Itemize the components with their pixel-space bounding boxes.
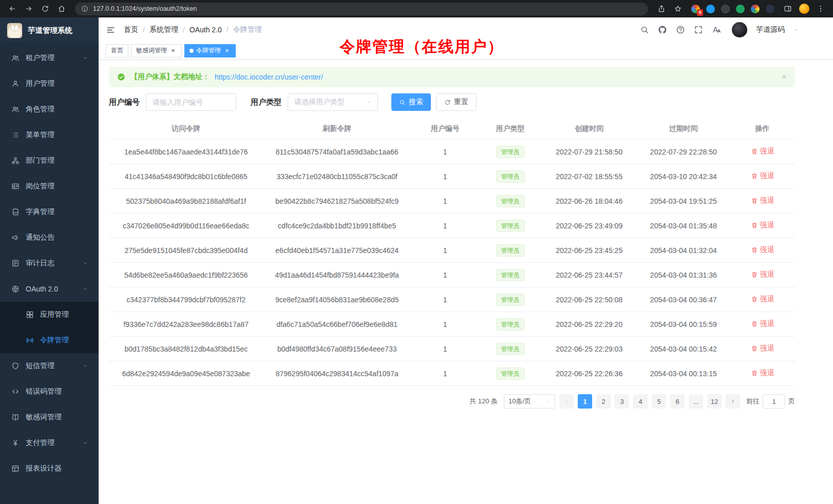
doc-link[interactable]: https://doc.iocoder.cn/user-center/ bbox=[215, 73, 323, 81]
sidebar-item-dict[interactable]: 字典管理 bbox=[0, 199, 99, 225]
force-logout-label: 强退 bbox=[760, 221, 774, 230]
sidebar-item-audit-log[interactable]: 审计日志 bbox=[0, 250, 99, 276]
tab-close-icon[interactable]: × bbox=[169, 47, 177, 54]
page-button[interactable]: 12 bbox=[707, 394, 722, 409]
created-time-cell: 2022-06-26 18:04:46 bbox=[541, 197, 637, 205]
sidebar-item-pay[interactable]: 支付管理 bbox=[0, 430, 99, 456]
collapse-sidebar-icon[interactable] bbox=[106, 25, 116, 35]
page-button[interactable]: 6 bbox=[670, 394, 685, 409]
page-button[interactable]: 1 bbox=[578, 394, 592, 409]
sidebar-item-error-code[interactable]: 错误码管理 bbox=[0, 379, 99, 404]
sidebar-item-tenant[interactable]: 租户管理 bbox=[0, 45, 99, 71]
browser-back-icon[interactable] bbox=[5, 2, 20, 16]
sidebar-item-post[interactable]: 岗位管理 bbox=[0, 173, 99, 199]
sidebar-item-sensitive-word[interactable]: 敏感词管理 bbox=[0, 404, 99, 430]
extension-icon[interactable] bbox=[706, 5, 715, 13]
browser-reload-icon[interactable] bbox=[38, 2, 52, 16]
share-icon[interactable] bbox=[654, 2, 669, 16]
goto-page-input[interactable] bbox=[763, 394, 785, 409]
sidebar-item-report-designer[interactable]: 报表设计器 bbox=[0, 456, 99, 481]
force-logout-button[interactable]: 强退 bbox=[751, 147, 774, 156]
font-size-icon[interactable] bbox=[712, 25, 721, 34]
next-page-button[interactable] bbox=[726, 394, 740, 409]
sidebar-item-role[interactable]: 角色管理 bbox=[0, 96, 99, 122]
user-type-badge: 管理员 bbox=[496, 343, 525, 355]
split-view-icon[interactable] bbox=[781, 2, 795, 16]
app-logo[interactable]: 芋道管理系统 bbox=[0, 17, 99, 43]
force-logout-button[interactable]: 强退 bbox=[751, 196, 774, 205]
search-button[interactable]: 搜索 bbox=[391, 93, 431, 111]
user-menu-caret-icon[interactable] bbox=[793, 27, 799, 33]
chevron-left-icon bbox=[563, 398, 570, 404]
sidebar-item-user[interactable]: 用户管理 bbox=[0, 71, 99, 96]
page-size-select[interactable]: 10条/页 bbox=[504, 394, 555, 409]
force-logout-button[interactable]: 强退 bbox=[751, 344, 774, 353]
force-logout-button[interactable]: 强退 bbox=[751, 369, 774, 378]
tab-home[interactable]: 首页 bbox=[106, 44, 128, 57]
access-token-cell: c347026e805e4d99b0d116eae66eda8c bbox=[109, 222, 263, 230]
fullscreen-icon[interactable] bbox=[694, 25, 703, 34]
breadcrumb-item[interactable]: 令牌管理 bbox=[233, 25, 262, 34]
sidebar-item-sms[interactable]: 短信管理 bbox=[0, 353, 99, 379]
access-token-cell: 41c41346a548490f9dc8b01c6bfe0865 bbox=[109, 172, 263, 181]
user-id-input[interactable] bbox=[146, 93, 236, 111]
site-info-icon[interactable] bbox=[81, 5, 88, 12]
user-type-select[interactable]: 请选择用户类型 bbox=[288, 93, 378, 111]
tab-sensitive-word[interactable]: 敏感词管理× bbox=[131, 44, 182, 57]
force-logout-button[interactable]: 强退 bbox=[751, 270, 774, 279]
url-text[interactable]: 127.0.0.1:1024/system/oauth2/token bbox=[93, 5, 197, 12]
page-button[interactable]: 5 bbox=[652, 394, 666, 409]
user-type-cell: 管理员 bbox=[479, 269, 541, 281]
sidebar-item-notice[interactable]: 通知公告 bbox=[0, 225, 99, 250]
force-logout-button[interactable]: 强退 bbox=[751, 171, 774, 181]
extension-icon[interactable] bbox=[736, 5, 745, 13]
sidebar-item-dept[interactable]: 部门管理 bbox=[0, 148, 99, 173]
browser-profile-avatar[interactable] bbox=[799, 4, 809, 14]
browser-forward-icon[interactable] bbox=[22, 2, 36, 16]
page-button[interactable]: 2 bbox=[596, 394, 611, 409]
sidebar-item-oauth2[interactable]: OAuth 2.0 bbox=[0, 276, 99, 302]
bookmark-star-icon[interactable] bbox=[671, 2, 685, 16]
select-caret-icon bbox=[366, 99, 372, 105]
browser-menu-icon[interactable] bbox=[813, 2, 828, 16]
alert-close-icon[interactable]: × bbox=[782, 72, 787, 82]
tab-close-icon[interactable]: × bbox=[223, 47, 231, 54]
extension-icon[interactable] bbox=[766, 5, 774, 13]
force-logout-button[interactable]: 强退 bbox=[751, 295, 774, 304]
sidebar-item-token[interactable]: 令牌管理 bbox=[0, 327, 99, 353]
app-root: 芋道管理系统 租户管理用户管理角色管理菜单管理部门管理岗位管理字典管理通知公告审… bbox=[0, 17, 833, 504]
page-button[interactable]: 4 bbox=[633, 394, 648, 409]
tab-token[interactable]: 令牌管理× bbox=[184, 44, 236, 57]
address-bar[interactable]: 127.0.0.1:1024/system/oauth2/token bbox=[75, 3, 648, 15]
refresh-token-cell: 811c530487574fa0af1a59d3abc1aa66 bbox=[263, 148, 411, 156]
breadcrumb-item[interactable]: 系统管理 bbox=[149, 25, 178, 34]
extension-icon[interactable] bbox=[751, 5, 760, 13]
browser-home-icon[interactable] bbox=[54, 2, 69, 16]
breadcrumb-item[interactable]: OAuth 2.0 bbox=[190, 26, 222, 34]
force-logout-button[interactable]: 强退 bbox=[751, 245, 774, 255]
prev-page-button[interactable] bbox=[559, 394, 574, 409]
expire-time-cell: 2054-03-04 19:51:25 bbox=[637, 197, 730, 205]
force-logout-button[interactable]: 强退 bbox=[751, 221, 774, 230]
user-avatar[interactable] bbox=[732, 22, 747, 37]
sidebar-item-menu[interactable]: 菜单管理 bbox=[0, 122, 99, 148]
main-area: 首页/系统管理/OAuth 2.0/令牌管理 芋道源码 令牌管理（在线用户） 首… bbox=[99, 17, 833, 504]
help-icon[interactable] bbox=[676, 25, 685, 34]
search-icon[interactable] bbox=[640, 25, 649, 34]
created-time-cell: 2022-07-29 21:58:50 bbox=[541, 148, 637, 156]
extension-icon[interactable]: 0 bbox=[691, 5, 700, 13]
breadcrumb-item[interactable]: 首页 bbox=[124, 25, 138, 34]
force-logout-button[interactable]: 强退 bbox=[751, 319, 774, 328]
table-row: b0d1785bc3a8482f812db4a3f3bd15ecb0df4980… bbox=[109, 337, 795, 361]
username[interactable]: 芋道源码 bbox=[756, 25, 785, 34]
sidebar-item-app[interactable]: 应用管理 bbox=[0, 302, 99, 327]
filter-form: 用户编号 用户类型 请选择用户类型 搜索 重置 bbox=[109, 93, 795, 111]
extension-icon[interactable] bbox=[721, 5, 730, 13]
refresh-token-cell: cdfc4ce9c2da4bb1bdf21b9918ff4be5 bbox=[263, 222, 411, 230]
reset-button[interactable]: 重置 bbox=[436, 93, 477, 111]
page-button[interactable]: 3 bbox=[615, 394, 629, 409]
user-type-badge: 管理员 bbox=[496, 146, 525, 158]
token-table: 访问令牌刷新令牌用户编号用户类型创建时间过期时间操作1ea5e44f8bc146… bbox=[109, 118, 795, 386]
github-icon[interactable] bbox=[658, 25, 667, 34]
more-pages-button[interactable]: ... bbox=[689, 394, 703, 409]
